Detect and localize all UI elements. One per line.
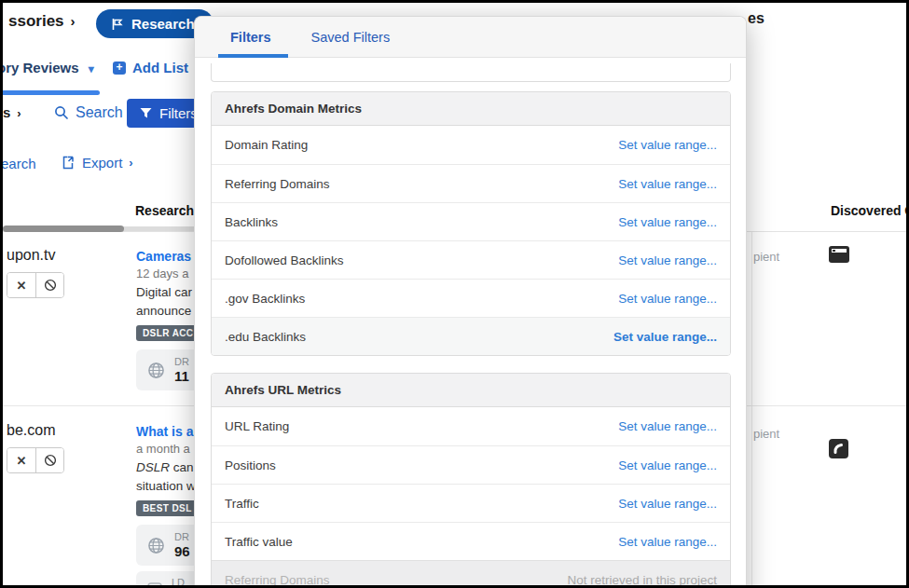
set-value-range-link[interactable]: Set value range...: [618, 138, 717, 152]
add-list-icon: +: [113, 62, 126, 75]
modal-tab-bar: Filters Saved Filters: [195, 17, 746, 58]
filters-button-label: Filters: [159, 105, 198, 121]
row-domain: be.com: [7, 422, 55, 439]
metric-label: DR: [174, 531, 190, 543]
add-list-label: Add List: [132, 60, 188, 75]
horizontal-scrollbar-thumb[interactable]: [3, 226, 124, 232]
set-value-range-link[interactable]: Set value range...: [618, 458, 717, 472]
filter-row-positions: Positions Set value range...: [212, 445, 730, 484]
section-ahrefs-domain-metrics: Ahrefs Domain Metrics Domain Rating Set …: [211, 91, 731, 356]
chevron-right-icon: ›: [71, 13, 76, 29]
link-icon: [147, 582, 162, 588]
x-icon: ✕: [17, 454, 27, 468]
chevron-right-icon: ›: [17, 106, 21, 120]
set-value-range-link[interactable]: Set value range...: [618, 253, 717, 267]
export-label: Export: [82, 155, 122, 171]
table-tab-research[interactable]: Research: [135, 203, 194, 218]
filter-row-referring-domains: Referring Domains Set value range...: [212, 164, 730, 202]
filter-row-domain-rating: Domain Rating Set value range...: [212, 126, 730, 164]
row-action-group: ✕: [7, 447, 64, 473]
globe-icon: [147, 362, 165, 379]
keyword-badge: DSLR ACC: [136, 325, 200, 341]
remove-button[interactable]: ✕: [7, 448, 35, 472]
filter-row-traffic-value: Traffic value Set value range...: [212, 522, 730, 560]
italic-term: DSLR: [136, 460, 170, 474]
export-icon: [61, 155, 76, 171]
set-value-range-link[interactable]: Set value range...: [618, 497, 717, 511]
active-tab-indicator: [3, 90, 100, 95]
section-title: Ahrefs URL Metrics: [212, 374, 730, 407]
saved-search-link[interactable]: earch: [1, 156, 36, 171]
result-snippet-line2: situation w: [136, 479, 196, 493]
phone-icon[interactable]: [829, 439, 848, 458]
set-value-range-link[interactable]: Set value range...: [618, 177, 717, 191]
breadcrumb[interactable]: ssories›: [8, 12, 76, 31]
result-age: 12 days a: [136, 267, 188, 280]
tab-saved-filters[interactable]: Saved Filters: [311, 30, 391, 45]
search-icon: [54, 105, 69, 120]
block-button[interactable]: [35, 273, 63, 297]
set-value-range-link[interactable]: Set value range...: [613, 330, 717, 344]
result-age: a month a: [136, 442, 190, 456]
sub-breadcrumb-label: s: [3, 104, 10, 120]
search-label: Search: [76, 104, 123, 121]
metric-value: 11: [174, 368, 189, 384]
metric-label: LD: [172, 577, 185, 588]
not-retrieved-status: Not retrieved in this project: [567, 573, 717, 587]
list-dropdown-label: ory Reviews: [0, 60, 79, 75]
filter-row-referring-domains-disabled: Referring Domains Not retrieved in this …: [212, 560, 730, 588]
ban-icon: [44, 454, 57, 467]
column-header-discovered: Discovered C: [831, 203, 909, 218]
block-button[interactable]: [35, 448, 63, 472]
filter-row-url-rating: URL Rating Set value range...: [212, 407, 730, 445]
set-value-range-link[interactable]: Set value range...: [618, 535, 717, 549]
result-title-link[interactable]: Cameras: [136, 249, 191, 264]
sub-breadcrumb[interactable]: s›: [3, 104, 21, 120]
ban-icon: [44, 279, 57, 292]
filter-row-edu-backlinks: .edu Backlinks Set value range...: [212, 317, 730, 355]
flag-icon: [111, 18, 124, 31]
filters-modal: Filters Saved Filters Ahrefs Domain Metr…: [194, 16, 747, 588]
set-value-range-link[interactable]: Set value range...: [618, 419, 717, 433]
globe-icon: [147, 537, 165, 554]
clipped-section: [211, 63, 731, 82]
nav-item-fragment[interactable]: es: [748, 10, 764, 27]
x-icon: ✕: [17, 279, 27, 293]
research-button-label: Research: [131, 16, 195, 32]
add-list-button[interactable]: + Add List: [113, 60, 188, 75]
browser-window-icon[interactable]: [829, 246, 849, 263]
set-value-range-link[interactable]: Set value range...: [618, 215, 717, 229]
modal-active-tab-indicator: [218, 54, 288, 58]
screenshot-frame: ssories› Research es ory Reviews ▾ + Add…: [0, 0, 909, 588]
saved-search-label: earch: [1, 156, 36, 171]
chevron-right-icon: ›: [129, 156, 132, 170]
tab-filters[interactable]: Filters: [230, 30, 271, 45]
export-button[interactable]: Export ›: [61, 155, 133, 171]
breadcrumb-label: ssories: [8, 12, 64, 30]
recipient-fragment: pient: [753, 250, 779, 264]
caret-down-icon: ▾: [89, 62, 94, 75]
modal-content: Ahrefs Domain Metrics Domain Rating Set …: [195, 58, 746, 588]
section-title: Ahrefs Domain Metrics: [212, 92, 730, 126]
filter-row-traffic: Traffic Set value range...: [212, 484, 730, 522]
section-ahrefs-url-metrics: Ahrefs URL Metrics URL Rating Set value …: [211, 373, 731, 588]
recipient-fragment: pient: [753, 427, 779, 441]
funnel-icon: [140, 107, 152, 119]
filter-row-backlinks: Backlinks Set value range...: [212, 202, 730, 240]
row-domain: upon.tv: [7, 247, 55, 264]
column-divider: [751, 232, 752, 588]
result-snippet-line2: announce: [136, 304, 191, 318]
row-action-group: ✕: [7, 272, 64, 298]
list-dropdown[interactable]: ory Reviews ▾: [0, 60, 94, 75]
remove-button[interactable]: ✕: [7, 273, 35, 297]
set-value-range-link[interactable]: Set value range...: [618, 292, 717, 306]
search-button[interactable]: Search: [54, 104, 123, 121]
result-title-link[interactable]: What is a: [136, 424, 193, 439]
keyword-badge: BEST DSL: [136, 500, 199, 516]
filter-row-gov-backlinks: .gov Backlinks Set value range...: [212, 279, 730, 317]
result-snippet-line1: DSLR can: [136, 460, 194, 474]
metric-label: DR: [174, 356, 189, 368]
metric-value: 96: [174, 543, 190, 559]
result-snippet-line1: Digital car: [136, 285, 192, 299]
filter-row-dofollowed-backlinks: Dofollowed Backlinks Set value range...: [212, 240, 730, 279]
